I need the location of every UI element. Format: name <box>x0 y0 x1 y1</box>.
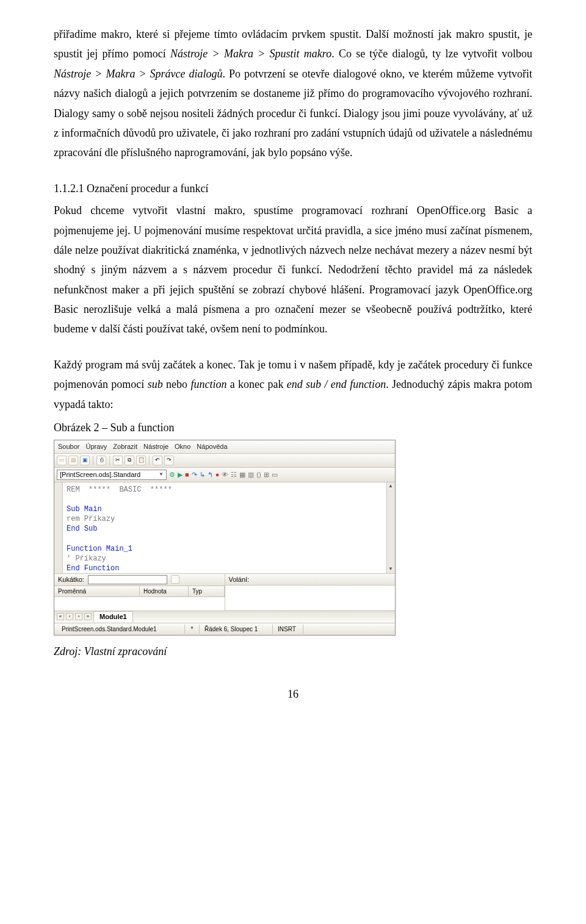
statusbar: PrintScreen.ods.Standard.Module1 * Řádek… <box>54 623 395 635</box>
status-position: Řádek 6, Sloupec 1 <box>200 625 273 634</box>
tab-first-icon[interactable]: « <box>57 613 64 620</box>
basic-ide-screenshot: Soubor Úpravy Zobrazit Nástroje Okno Náp… <box>54 440 396 635</box>
status-modified: * <box>185 625 200 634</box>
text: nebo <box>163 378 191 390</box>
redo-icon[interactable]: ↷ <box>164 456 174 465</box>
menu-item[interactable]: Soubor <box>58 442 79 451</box>
col-header: Hodnota <box>140 586 189 596</box>
section-heading: 1.1.2.1 Označení procedur a funkcí <box>54 179 532 198</box>
find-parentheses-icon[interactable]: () <box>256 470 261 479</box>
menu-path: Nástroje > Makra > Správce dialogů <box>54 68 222 80</box>
breakpoint-icon[interactable]: ● <box>215 470 220 479</box>
watch-add-icon[interactable] <box>171 575 179 584</box>
run-icon[interactable]: ▶ <box>178 470 183 479</box>
callstack-label: Volání: <box>229 575 250 584</box>
separator <box>149 456 150 465</box>
menu-item[interactable]: Okno <box>175 442 190 451</box>
watch-left: Kukátko: Proměnná Hodnota Typ <box>54 574 225 611</box>
object-catalog-icon[interactable]: ☷ <box>231 470 237 479</box>
figure-caption: Obrázek 2 – Sub a function <box>54 418 532 437</box>
menu-path: Nástroje > Makra > Spustit makro <box>170 48 331 60</box>
toolbar-main: ▭ ▤ ▣ ⎙ ✂ ⧉ 📋 ↶ ↷ <box>54 454 395 468</box>
code-content: REM ***** BASIC ***** Sub Main rem Příka… <box>63 482 386 573</box>
gutter <box>54 482 63 573</box>
modules-icon[interactable]: ▥ <box>248 470 254 479</box>
cut-icon[interactable]: ✂ <box>113 456 123 465</box>
paragraph-1: přiřadíme makro, které si přejeme tímto … <box>54 24 532 163</box>
separator <box>93 456 93 465</box>
print-icon[interactable]: ⎙ <box>96 456 106 465</box>
paragraph-3: Každý program má svůj začátek a konec. T… <box>54 355 532 414</box>
dialog-icon[interactable]: ▭ <box>272 470 278 479</box>
scroll-down-icon[interactable]: ▼ <box>388 566 393 572</box>
menu-item[interactable]: Nástroje <box>143 442 168 451</box>
status-insert-mode: INSRT <box>273 625 303 634</box>
save-icon[interactable]: ▣ <box>80 456 90 465</box>
scrollbar[interactable]: ▲ ▼ <box>386 482 395 573</box>
tab-last-icon[interactable]: » <box>84 613 92 620</box>
watch-columns: Proměnná Hodnota Typ <box>54 586 225 597</box>
copy-icon[interactable]: ⧉ <box>125 456 134 465</box>
stop-icon[interactable]: ■ <box>185 470 189 479</box>
menu-item[interactable]: Úpravy <box>85 442 107 451</box>
step-into-icon[interactable]: ↳ <box>200 470 205 479</box>
controls-icon[interactable]: ⊞ <box>264 470 269 479</box>
menu-item[interactable]: Zobrazit <box>113 442 137 451</box>
chevron-down-icon: ▼ <box>159 471 164 478</box>
status-path: PrintScreen.ods.Standard.Module1 <box>57 625 185 634</box>
library-combo[interactable]: [PrintScreen.ods].Standard ▼ <box>57 470 167 480</box>
toolbar-library: [PrintScreen.ods].Standard ▼ ⚙ ▶ ■ ↷ ↳ ↰… <box>54 468 395 482</box>
watch-input[interactable] <box>88 575 167 584</box>
tab-prev-icon[interactable]: ‹ <box>66 613 73 620</box>
new-icon[interactable]: ▭ <box>57 456 67 465</box>
text: . Po potvrzení se otevře dialogové okno,… <box>54 68 532 159</box>
callstack: Volání: <box>225 574 396 611</box>
figure-source: Zdroj: Vlastní zpracování <box>54 642 532 661</box>
module-tabs: « ‹ › » Module1 <box>54 611 395 623</box>
text: a konec pak <box>226 378 286 390</box>
undo-icon[interactable]: ↶ <box>153 456 162 465</box>
menubar: Soubor Úpravy Zobrazit Nástroje Okno Náp… <box>54 440 395 453</box>
combo-value: [PrintScreen.ods].Standard <box>60 470 140 479</box>
macros-icon[interactable]: ▦ <box>239 470 245 479</box>
col-header: Typ <box>189 586 225 596</box>
menu-item[interactable]: Nápověda <box>197 442 227 451</box>
open-icon[interactable]: ▤ <box>68 456 78 465</box>
step-over-icon[interactable]: ↷ <box>192 470 197 479</box>
page-number: 16 <box>54 684 532 704</box>
tab-next-icon[interactable]: › <box>75 613 82 620</box>
text: . Co se týče dialogů, ty lze vytvořit vo… <box>331 48 532 60</box>
col-header: Proměnná <box>54 586 140 596</box>
scroll-up-icon[interactable]: ▲ <box>388 483 393 489</box>
keyword: function <box>190 378 226 390</box>
separator <box>109 456 110 465</box>
watch-panel: Kukátko: Proměnná Hodnota Typ Volání: <box>54 574 395 611</box>
keyword: end sub / end function <box>287 378 386 390</box>
paste-icon[interactable]: 📋 <box>136 456 146 465</box>
compile-icon[interactable]: ⚙ <box>169 470 175 479</box>
callstack-body <box>225 586 396 610</box>
watch-body <box>54 597 225 611</box>
keyword: sub <box>148 378 163 390</box>
module-tab[interactable]: Module1 <box>93 611 133 622</box>
watch-label: Kukátko: <box>58 575 84 584</box>
step-out-icon[interactable]: ↰ <box>208 470 213 479</box>
code-editor[interactable]: REM ***** BASIC ***** Sub Main rem Příka… <box>54 482 395 574</box>
paragraph-2: Pokud chceme vytvořit vlastní makro, spu… <box>54 201 532 339</box>
watch-icon[interactable]: 👁 <box>222 470 228 479</box>
